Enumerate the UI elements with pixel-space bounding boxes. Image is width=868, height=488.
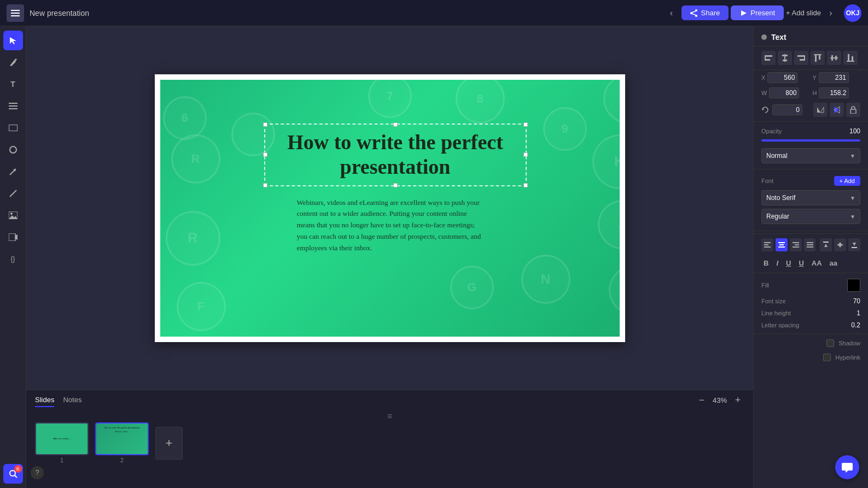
menu-button[interactable] — [7, 4, 24, 22]
hyperlink-checkbox[interactable] — [823, 354, 831, 361]
opacity-slider-container — [754, 138, 868, 145]
topbar: New presentation ‹ Share Present + Add s… — [0, 0, 868, 26]
align-right-edge[interactable] — [794, 51, 808, 65]
letter-spacing-label: Letter spacing — [761, 322, 799, 328]
svg-rect-54 — [778, 246, 785, 248]
tab-notes[interactable]: Notes — [63, 393, 81, 407]
next-slide-button[interactable]: › — [823, 5, 838, 21]
handle-bl[interactable] — [263, 183, 267, 187]
tool-image[interactable] — [3, 205, 23, 225]
bold-button[interactable]: B — [761, 258, 771, 268]
slide-nav: ‹ Share Present + Add slide › — [664, 5, 838, 21]
svg-marker-9 — [10, 37, 16, 44]
shadow-checkbox[interactable] — [826, 339, 834, 347]
text-align-justify[interactable] — [804, 238, 816, 251]
text-valign-middle[interactable] — [834, 238, 846, 251]
handle-br[interactable] — [523, 183, 528, 187]
tool-code[interactable]: {} — [3, 249, 23, 269]
prev-slide-button[interactable]: ‹ — [664, 5, 679, 21]
handle-tc[interactable] — [393, 122, 398, 127]
align-center-h[interactable] — [778, 51, 792, 65]
tool-cursor[interactable] — [3, 31, 23, 50]
svg-marker-46 — [834, 107, 840, 113]
svg-rect-50 — [764, 244, 768, 245]
slide-body: Webinars, videos and eLearning are excel… — [297, 197, 483, 254]
tool-circle[interactable] — [3, 140, 23, 160]
handle-tr[interactable] — [523, 122, 528, 127]
h-input[interactable] — [819, 87, 849, 98]
svg-rect-36 — [819, 54, 820, 60]
flip-v-button[interactable] — [830, 103, 844, 117]
add-slide-label: + Add slide — [786, 9, 821, 17]
share-button[interactable]: Share — [681, 5, 729, 20]
help-button[interactable]: ? — [31, 466, 44, 479]
rotation-input[interactable] — [772, 104, 802, 115]
svg-point-14 — [10, 146, 16, 153]
italic-button[interactable]: I — [774, 258, 780, 268]
add-slide-thumb[interactable]: + — [155, 427, 183, 460]
svg-rect-55 — [793, 242, 799, 243]
handle-mr[interactable] — [523, 152, 528, 157]
drag-handle[interactable]: ≡ — [387, 410, 392, 422]
svg-rect-30 — [783, 60, 787, 61]
font-family-select[interactable]: Noto Serif ▼ — [761, 190, 860, 205]
text-align-right[interactable] — [790, 238, 802, 251]
chat-button[interactable] — [835, 455, 859, 479]
align-top-edge[interactable] — [811, 51, 825, 65]
y-input[interactable] — [819, 72, 849, 83]
svg-rect-33 — [800, 59, 805, 61]
handle-ml[interactable] — [263, 152, 267, 157]
lowercase-button[interactable]: aa — [828, 258, 840, 268]
tool-video[interactable] — [3, 227, 23, 247]
slide-thumb-2[interactable]: How to write the perfect presentation We… — [95, 422, 149, 455]
canvas-container: 6 R R F 7 8 9 P K J M N — [26, 26, 753, 390]
svg-marker-64 — [838, 242, 842, 244]
text-valign-top[interactable] — [820, 238, 832, 251]
font-weight-select[interactable]: Regular ▼ — [761, 209, 860, 224]
slide-wrapper[interactable]: 6 R R F 7 8 9 P K J M N — [155, 74, 625, 342]
svg-rect-13 — [9, 125, 18, 131]
coord-wh-row: W H — [754, 85, 868, 101]
lock-button[interactable] — [846, 103, 860, 117]
underline-button[interactable]: U — [784, 258, 793, 268]
tool-lines[interactable] — [3, 96, 23, 116]
handle-bc[interactable] — [393, 183, 398, 187]
svg-marker-8 — [741, 10, 747, 16]
zoom-in-button[interactable]: + — [731, 394, 744, 407]
present-button[interactable]: Present — [731, 5, 784, 20]
align-bottom-edge[interactable] — [843, 51, 858, 65]
opacity-slider[interactable] — [761, 139, 860, 142]
tool-arrow[interactable] — [3, 162, 23, 181]
svg-point-23 — [10, 471, 15, 476]
text-valign-bottom[interactable] — [848, 238, 860, 251]
tool-pen[interactable] — [3, 52, 23, 72]
svg-rect-27 — [765, 59, 770, 61]
text-align-left[interactable] — [761, 238, 773, 251]
zoom-value: 43% — [713, 396, 727, 404]
blend-mode-select[interactable]: Normal ▼ — [761, 148, 860, 163]
x-input[interactable] — [767, 72, 797, 83]
tool-text[interactable]: T — [3, 74, 23, 94]
svg-rect-31 — [797, 55, 805, 57]
text-align-center[interactable] — [776, 238, 788, 251]
tool-rect[interactable] — [3, 118, 23, 138]
selected-text-box[interactable]: How to write the perfect presentation — [264, 124, 527, 186]
strikethrough-button[interactable]: U — [796, 258, 806, 268]
slide-thumb-1[interactable]: How to write... — [35, 422, 89, 455]
zoom-out-button[interactable]: − — [695, 394, 708, 407]
align-left-edge[interactable] — [761, 51, 776, 65]
tool-search[interactable]: 6 — [3, 464, 23, 484]
add-slide-button[interactable]: + Add slide — [786, 9, 821, 17]
add-font-button[interactable]: + Add — [834, 176, 860, 186]
tab-slides[interactable]: Slides — [35, 393, 54, 407]
zoom-controls: − 43% + — [695, 394, 744, 407]
uppercase-button[interactable]: AA — [809, 258, 824, 268]
align-center-v[interactable] — [827, 51, 841, 65]
svg-rect-1 — [11, 13, 20, 14]
fill-swatch[interactable] — [847, 279, 860, 292]
handle-tl[interactable] — [263, 122, 267, 127]
w-input[interactable] — [769, 87, 799, 98]
flip-h-button[interactable] — [813, 103, 828, 117]
svg-rect-42 — [852, 56, 853, 62]
tool-line[interactable] — [3, 184, 23, 203]
